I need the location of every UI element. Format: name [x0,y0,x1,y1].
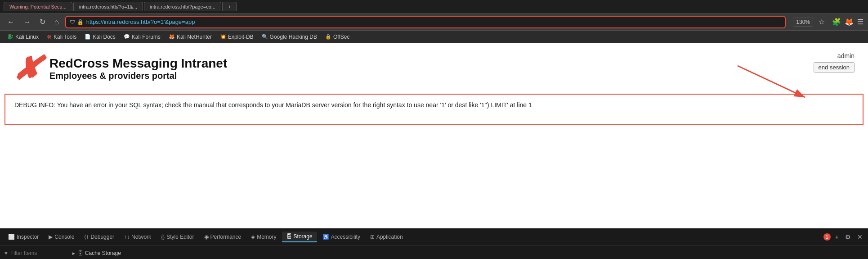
site-title: RedCross Messaging Intranet [49,56,227,71]
bookmark-offsec[interactable]: 🔒 OffSec [322,33,352,41]
shield-icon: 🛡 [70,19,75,25]
devtools-tab-accessibility[interactable]: ♿ Accessibility [318,232,365,242]
chevron-icon: ► [72,251,76,256]
devtools-tab-storage[interactable]: 🗄 Storage [282,232,317,242]
site-subtitle: Employees & providers portal [49,71,227,81]
browser-tab-2[interactable]: intra.redcross.htb/?o=1&... [73,2,143,11]
bookmark-label: Kali NetHunter [177,34,212,40]
devtools-tab-performance[interactable]: ◉ Performance [200,232,246,242]
back-button[interactable]: ← [4,16,17,28]
network-icon: ↑↓ [124,234,130,240]
new-tab-button[interactable]: + [222,2,237,11]
tab-bar: Warning: Potential Secu... intra.redcros… [0,0,868,14]
devtools-tab-inspector[interactable]: ⬜ Inspector [4,232,43,242]
cache-storage-item[interactable]: ► 🗄 Cache Storage [68,250,125,256]
storage-icon-small: 🗄 [78,250,83,256]
bookmark-label: Exploit-DB [228,34,254,40]
offsec-icon: 🔒 [325,34,331,40]
devtools-tab-network[interactable]: ↑↓ Network [120,232,156,242]
devtools-right-controls: 1 + ⚙ ✕ [823,232,864,241]
zoom-level: 130% [793,18,813,27]
cache-storage-label: Cache Storage [85,250,121,256]
extensions-icon[interactable]: 🧩 [832,18,841,26]
devtools-tab-label: Accessibility [331,234,360,240]
kali-docs-icon: 📄 [85,34,91,40]
reload-button[interactable]: ↻ [37,16,48,28]
svg-line-1 [738,66,805,97]
devtools-bar: ⬜ Inspector ▶ Console ⟨⟩ Debugger ↑↓ Net… [0,228,868,245]
devtools-tab-application[interactable]: ⊞ Application [366,232,407,242]
bookmark-google-hacking[interactable]: 🔍 Google Hacking DB [259,33,320,41]
bookmark-kali-nethunter[interactable]: 🦊 Kali NetHunter [166,33,215,41]
devtools-tab-label: Storage [294,233,313,240]
style-editor-icon: {} [161,234,165,240]
inspector-icon: ⬜ [8,234,15,240]
debug-message-box: DEBUG INFO: You have an error in your SQ… [4,94,864,125]
lock-icon: 🔒 [77,19,84,25]
application-icon: ⊞ [370,234,375,240]
devtools-tab-label: Inspector [17,234,39,240]
right-nav-icons: 🧩 🦊 ☰ [832,18,864,26]
bookmark-kali-docs[interactable]: 📄 Kali Docs [82,33,118,41]
menu-icon[interactable]: ☰ [857,18,864,26]
devtools-panel: ▼ ► 🗄 Cache Storage [0,245,868,259]
bookmark-label: Google Hacking DB [270,34,317,40]
nethunter-icon: 🦊 [169,34,175,40]
bookmark-label: Kali Tools [54,34,76,40]
devtools-tab-label: Debugger [90,234,114,240]
error-badge: 1 [823,233,831,241]
console-icon: ▶ [49,234,53,240]
kali-tools-icon: 🛠 [47,34,52,40]
filter-wrapper: ▼ [4,250,64,256]
filter-icon: ▼ [4,250,9,256]
google-hacking-icon: 🔍 [262,34,268,40]
devtools-add-button[interactable]: + [833,232,841,241]
address-icons: 🛡 🔒 [70,19,84,25]
browser-tab-1[interactable]: Warning: Potential Secu... [4,2,72,11]
devtools-tab-memory[interactable]: ◈ Memory [246,232,281,242]
bookmark-label: Kali Linux [15,34,39,40]
devtools-settings-button[interactable]: ⚙ [843,232,853,241]
performance-icon: ◉ [204,234,209,240]
bookmark-label: Kali Docs [93,34,116,40]
bookmark-exploit-db[interactable]: 💥 Exploit-DB [217,33,256,41]
firefox-icon[interactable]: 🦊 [845,18,854,26]
exploit-db-icon: 💥 [220,34,226,40]
devtools-tab-label: Console [54,234,74,240]
browser-tab-3[interactable]: intra.redcross.htb/?page=co... [144,2,221,11]
bookmark-kali-linux[interactable]: 🐉 Kali Linux [4,33,41,41]
devtools-tab-label: Network [131,234,151,240]
page-content: ✘ RedCross Messaging Intranet Employees … [0,43,868,228]
filter-input[interactable] [10,250,64,256]
devtools-close-button[interactable]: ✕ [855,232,864,241]
devtools-tab-console[interactable]: ▶ Console [44,232,79,242]
bookmark-label: Kali Forums [132,34,161,40]
nav-bar: ← → ↻ ⌂ 🛡 🔒 130% ☆ 🧩 🦊 ☰ [0,14,868,31]
devtools-tab-style-editor[interactable]: {} Style Editor [157,232,198,242]
bookmark-kali-forums[interactable]: 💬 Kali Forums [121,33,163,41]
storage-icon: 🗄 [286,233,292,240]
bookmarks-bar: 🐉 Kali Linux 🛠 Kali Tools 📄 Kali Docs 💬 … [0,31,868,43]
bookmark-kali-tools[interactable]: 🛠 Kali Tools [44,33,79,41]
site-header: ✘ RedCross Messaging Intranet Employees … [0,43,868,94]
address-input[interactable] [86,18,782,25]
kali-linux-icon: 🐉 [7,34,13,40]
site-title-block: RedCross Messaging Intranet Employees & … [49,56,227,81]
user-block: admin end session [814,52,855,73]
devtools-tab-debugger[interactable]: ⟨⟩ Debugger [80,232,119,242]
username-label: admin [837,52,855,59]
end-session-button[interactable]: end session [814,62,855,73]
logo-x: ✘ [11,52,44,85]
devtools-tab-label: Application [376,234,403,240]
kali-forums-icon: 💬 [124,34,130,40]
debugger-icon: ⟨⟩ [84,234,89,240]
bookmark-star-button[interactable]: ☆ [819,18,825,26]
debug-message-text: DEBUG INFO: You have an error in your SQ… [14,101,532,109]
devtools-tab-label: Style Editor [166,234,194,240]
bookmark-label: OffSec [333,34,349,40]
address-bar-wrapper: 🛡 🔒 [65,16,786,28]
forward-button[interactable]: → [21,16,33,28]
devtools-tab-label: Memory [257,234,276,240]
home-button[interactable]: ⌂ [52,16,62,28]
accessibility-icon: ♿ [322,234,329,240]
